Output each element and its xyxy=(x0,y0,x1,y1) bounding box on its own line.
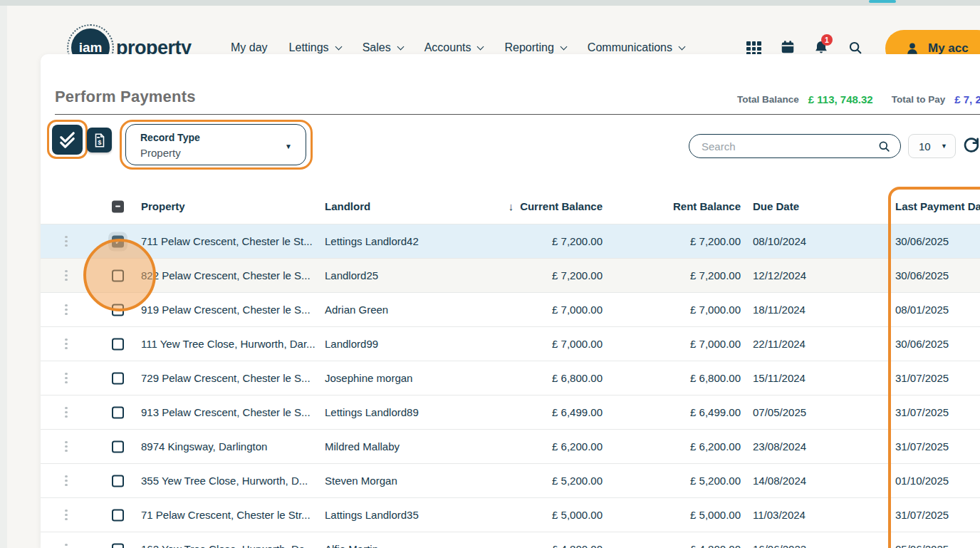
row-menu-icon[interactable] xyxy=(62,327,71,361)
sort-desc-icon: ↓ xyxy=(509,200,514,212)
last-payment-cell: 08/01/2025 xyxy=(895,293,949,326)
last-payment-cell: 05/06/2025 xyxy=(895,532,949,548)
table-row[interactable]: 8974 Kingsway, Darlington Mildred Mallab… xyxy=(41,429,980,463)
landlord-cell: Lattings Landlord35 xyxy=(325,498,419,532)
table-row[interactable]: 162 Yew Tree Close, Hurworth, Da... Alfi… xyxy=(41,532,980,548)
landlord-cell: Josephine morgan xyxy=(325,361,412,395)
table-row[interactable]: 111 Yew Tree Close, Hurworth, Dar... Lan… xyxy=(41,326,980,361)
search-input[interactable] xyxy=(702,140,877,152)
column-header-due-date[interactable]: Due Date xyxy=(753,189,799,224)
row-checkbox[interactable] xyxy=(112,440,124,453)
record-type-label: Record Type xyxy=(140,132,200,143)
rent-balance-cell: £ 5,200.00 xyxy=(625,464,741,497)
property-cell: 8974 Kingsway, Darlington xyxy=(141,430,267,463)
column-header-current-balance[interactable]: ↓ Current Balance xyxy=(468,189,603,224)
row-menu-icon[interactable] xyxy=(62,532,71,548)
double-check-icon xyxy=(58,130,77,150)
property-cell: 729 Pelaw Crescent, Chester le S... xyxy=(141,361,311,395)
due-date-cell: 11/03/2024 xyxy=(753,498,806,532)
row-menu-icon[interactable] xyxy=(62,224,71,258)
due-date-cell: 14/08/2024 xyxy=(753,464,806,497)
record-type-value: Property xyxy=(140,147,181,159)
row-menu-icon[interactable] xyxy=(62,259,71,292)
nav-item-reporting[interactable]: Reporting xyxy=(504,41,565,54)
row-menu-icon[interactable] xyxy=(62,464,71,497)
caret-down-icon: ▼ xyxy=(285,143,292,150)
row-checkbox[interactable] xyxy=(112,406,124,418)
landlord-cell: Adrian Green xyxy=(325,293,388,326)
row-menu-icon[interactable] xyxy=(62,361,71,395)
total-balance-value: £ 113, 748.32 xyxy=(808,93,873,105)
table-search xyxy=(689,134,901,158)
due-date-cell: 07/05/2025 xyxy=(753,396,806,429)
row-checkbox[interactable] xyxy=(112,338,124,350)
property-cell: 919 Pelaw Crescent, Chester le S... xyxy=(141,293,311,326)
table-row[interactable]: 355 Yew Tree Close, Hurworth, D... Steve… xyxy=(41,463,980,497)
column-header-property[interactable]: Property xyxy=(141,189,185,224)
table-row[interactable]: 822 Pelaw Crescent, Chester le S... Land… xyxy=(41,258,980,292)
column-header-last-payment[interactable]: Last Payment Dat xyxy=(895,189,980,224)
rent-balance-cell: £ 6,499.00 xyxy=(625,396,741,429)
row-menu-icon[interactable] xyxy=(62,430,71,463)
current-balance-cell: £ 7,200.00 xyxy=(468,224,603,258)
chevron-down-icon xyxy=(560,43,567,50)
total-to-pay-value: £ 7, 20 xyxy=(954,93,980,105)
nav-item-accounts[interactable]: Accounts xyxy=(424,41,484,54)
nav-item-my-day[interactable]: My day xyxy=(231,41,268,54)
row-menu-icon[interactable] xyxy=(62,293,71,326)
rent-balance-cell: £ 7,200.00 xyxy=(625,224,741,258)
row-checkbox[interactable] xyxy=(112,475,124,487)
table-row[interactable]: 729 Pelaw Crescent, Chester le S... Jose… xyxy=(41,361,980,395)
nav-item-sales[interactable]: Sales xyxy=(363,41,403,54)
payment-document-button[interactable]: $ xyxy=(87,128,112,152)
landlord-cell: Alfie Martin xyxy=(325,532,378,548)
table-row[interactable]: 711 Pelaw Crescent, Chester le St... Let… xyxy=(41,224,980,258)
table-row[interactable]: 913 Pelaw Crescent, Chester le S... Lett… xyxy=(41,395,980,429)
row-menu-icon[interactable] xyxy=(62,498,71,532)
landlord-cell: Lettings Landlord89 xyxy=(325,396,419,429)
last-payment-cell: 31/07/2025 xyxy=(895,396,949,429)
perform-payments-button[interactable] xyxy=(52,125,83,155)
left-edge-strip xyxy=(0,6,7,548)
last-payment-cell: 30/06/2025 xyxy=(895,327,949,361)
refresh-button[interactable] xyxy=(962,135,980,154)
record-type-dropdown[interactable]: Record Type Property ▼ xyxy=(125,124,306,165)
row-checkbox[interactable] xyxy=(112,269,124,281)
nav-item-lettings[interactable]: Lettings xyxy=(289,41,341,54)
due-date-cell: 22/11/2024 xyxy=(753,327,806,361)
balance-summary: Total Balance £ 113, 748.32 Total to Pay… xyxy=(737,92,980,106)
nav-item-communications[interactable]: Communications xyxy=(588,41,684,54)
column-header-rent-balance[interactable]: Rent Balance xyxy=(625,189,741,224)
invoice-dollar-icon: $ xyxy=(92,133,108,148)
title-divider xyxy=(55,114,980,115)
last-payment-cell: 30/06/2025 xyxy=(895,224,949,258)
current-balance-cell: £ 7,200.00 xyxy=(468,259,603,292)
main-nav: My day Lettings Sales Accounts Reporting… xyxy=(231,41,684,54)
row-checkbox[interactable] xyxy=(112,509,124,521)
chevron-down-icon xyxy=(335,43,342,50)
browser-tab-indicator xyxy=(869,0,896,3)
row-checkbox[interactable] xyxy=(112,235,124,247)
row-checkbox[interactable] xyxy=(112,543,124,548)
screen: iam property My day Lettings Sales Accou… xyxy=(0,0,980,548)
table-row[interactable]: 919 Pelaw Crescent, Chester le S... Adri… xyxy=(41,292,980,326)
row-checkbox[interactable] xyxy=(112,304,124,316)
current-balance-cell: £ 5,200.00 xyxy=(468,464,603,497)
page-size-select[interactable]: 10 ▼ xyxy=(908,134,956,158)
rent-balance-cell: £ 6,800.00 xyxy=(625,361,741,395)
current-balance-cell: £ 6,800.00 xyxy=(468,361,603,395)
total-balance-label: Total Balance xyxy=(737,94,799,105)
select-all-checkbox[interactable] xyxy=(112,200,124,212)
row-menu-icon[interactable] xyxy=(62,396,71,429)
search-icon[interactable] xyxy=(877,140,891,153)
column-header-landlord[interactable]: Landlord xyxy=(325,189,370,224)
rent-balance-cell: £ 4,800.00 xyxy=(625,532,741,548)
due-date-cell: 08/10/2024 xyxy=(753,224,806,258)
last-payment-cell: 30/06/2025 xyxy=(895,259,949,292)
property-cell: 711 Pelaw Crescent, Chester le St... xyxy=(141,224,313,258)
caret-down-icon: ▼ xyxy=(941,143,947,150)
row-checkbox[interactable] xyxy=(112,372,124,384)
table-row[interactable]: 71 Pelaw Crescent, Chester le Str... Lat… xyxy=(41,497,980,532)
due-date-cell: 15/11/2024 xyxy=(753,361,806,395)
last-payment-cell: 31/07/2025 xyxy=(895,498,949,532)
